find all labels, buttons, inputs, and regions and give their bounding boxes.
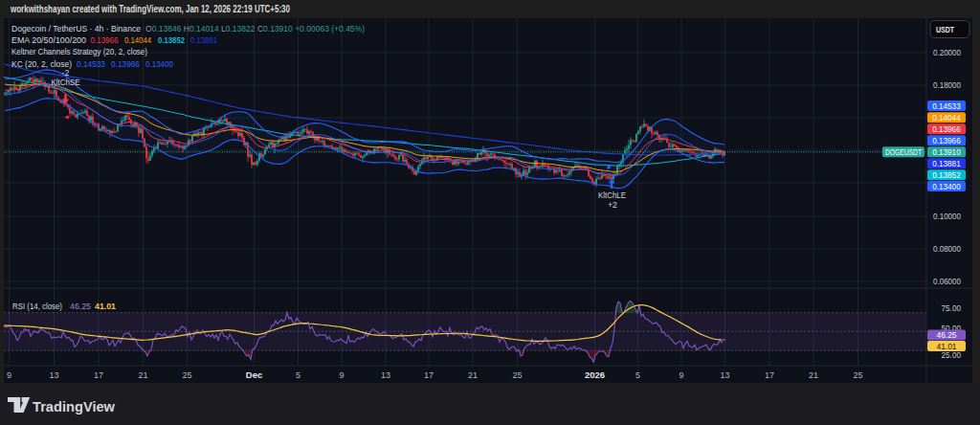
svg-text:9: 9	[339, 370, 344, 380]
svg-text:KC (20, 2, close): KC (20, 2, close)	[11, 59, 72, 69]
svg-text:75.00: 75.00	[942, 302, 962, 313]
svg-text:0.13966: 0.13966	[91, 35, 119, 45]
svg-text:-2: -2	[62, 68, 70, 78]
svg-text:0.13852: 0.13852	[932, 169, 961, 180]
svg-text:17: 17	[94, 370, 103, 380]
svg-text:13: 13	[720, 370, 729, 380]
svg-text:0.14044: 0.14044	[124, 35, 151, 45]
svg-text:Dec: Dec	[246, 369, 262, 380]
svg-text:Keltner Channels Strategy (20,: Keltner Channels Strategy (20, 2, close)	[11, 47, 147, 56]
svg-text:KltChLE: KltChLE	[598, 190, 626, 200]
svg-text:0.13400: 0.13400	[145, 59, 173, 69]
svg-text:25: 25	[182, 370, 191, 380]
svg-text:13: 13	[49, 370, 58, 380]
svg-text:0.14533: 0.14533	[932, 101, 961, 111]
svg-text:0.13966: 0.13966	[932, 123, 961, 134]
svg-text:workwithshayan created with Tr: workwithshayan created with TradingView.…	[10, 4, 290, 14]
svg-text:+2: +2	[608, 200, 617, 210]
svg-text:21: 21	[468, 370, 478, 380]
svg-text:EMA 20/50/100/200: EMA 20/50/100/200	[11, 35, 86, 45]
svg-text:0.06000: 0.06000	[933, 276, 961, 286]
svg-text:O0.13846 H0.14014 L0.13822 C0.: O0.13846 H0.14014 L0.13822 C0.13910 +0.0…	[145, 24, 365, 34]
svg-text:Dogecoin / TetherUS · 4h · Bin: Dogecoin / TetherUS · 4h · Binance	[11, 24, 141, 34]
svg-text:41.01: 41.01	[937, 341, 957, 351]
svg-text:0.13966: 0.13966	[932, 135, 961, 145]
svg-text:DOGEUSDT: DOGEUSDT	[885, 147, 922, 157]
svg-text:0.13966: 0.13966	[111, 59, 140, 69]
svg-text:0.13881: 0.13881	[932, 158, 961, 168]
svg-text:25: 25	[512, 370, 522, 380]
svg-text:9: 9	[7, 370, 11, 380]
svg-text:2026: 2026	[585, 369, 605, 380]
svg-text:25: 25	[853, 370, 862, 380]
svg-text:0.18000: 0.18000	[933, 79, 961, 90]
svg-text:46.25: 46.25	[70, 302, 91, 311]
svg-text:46.25: 46.25	[937, 329, 957, 340]
svg-text:RSI (14, close): RSI (14, close)	[12, 302, 62, 311]
svg-text:41.01: 41.01	[95, 302, 116, 311]
svg-text:USDT: USDT	[936, 25, 955, 34]
svg-text:0.13881: 0.13881	[190, 35, 217, 45]
svg-text:TradingView: TradingView	[33, 398, 116, 414]
svg-text:0.13852: 0.13852	[158, 35, 185, 45]
svg-text:13: 13	[381, 370, 390, 380]
svg-text:21: 21	[809, 370, 818, 380]
svg-text:0.13400: 0.13400	[932, 181, 961, 191]
svg-text:0.13910: 0.13910	[932, 146, 961, 157]
svg-text:0.10000: 0.10000	[933, 211, 961, 221]
svg-text:9: 9	[679, 370, 683, 380]
svg-text:5: 5	[296, 370, 301, 380]
svg-text:0.08000: 0.08000	[933, 243, 961, 254]
svg-text:17: 17	[765, 370, 774, 380]
svg-text:17: 17	[424, 370, 434, 380]
svg-text:0.20000: 0.20000	[933, 47, 961, 57]
svg-text:KltChSE: KltChSE	[52, 78, 80, 87]
svg-text:5: 5	[635, 370, 640, 380]
svg-text:0.14044: 0.14044	[932, 112, 961, 123]
svg-text:21: 21	[138, 370, 147, 380]
svg-text:0.14533: 0.14533	[77, 59, 105, 69]
